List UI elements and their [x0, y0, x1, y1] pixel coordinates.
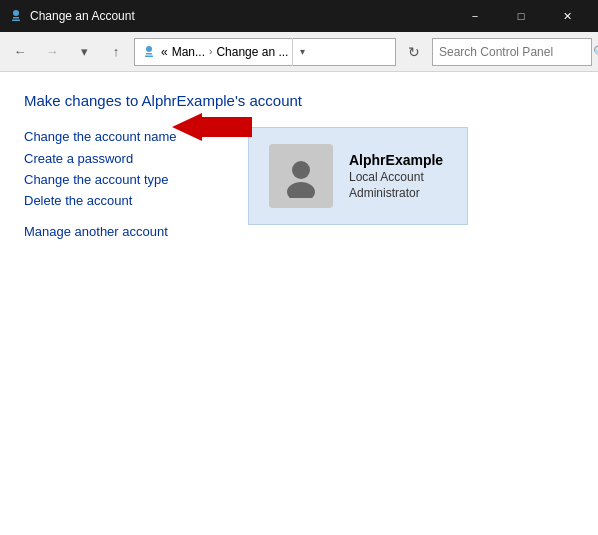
manage-another-account-link[interactable]: Manage another account [24, 224, 224, 239]
create-password-link[interactable]: Create a password [24, 151, 224, 166]
svg-rect-1 [13, 17, 19, 19]
minimize-button[interactable]: − [452, 0, 498, 32]
page-heading: Make changes to AlphrExample's account [24, 92, 574, 109]
account-info: AlphrExample Local Account Administrator [349, 152, 443, 200]
close-button[interactable]: ✕ [544, 0, 590, 32]
addressbar: ← → ▾ ↑ « Man... › Change an ... ▾ ↻ 🔍 [0, 32, 598, 72]
back-button[interactable]: ← [6, 38, 34, 66]
red-arrow-annotation [172, 113, 252, 141]
breadcrumb-part-2: Change an ... [216, 45, 288, 59]
search-bar[interactable]: 🔍 [432, 38, 592, 66]
svg-marker-7 [172, 113, 252, 141]
app-icon [8, 8, 24, 24]
account-type-line2: Administrator [349, 186, 443, 200]
recent-locations-button[interactable]: ▾ [70, 38, 98, 66]
svg-point-9 [287, 182, 315, 198]
forward-button[interactable]: → [38, 38, 66, 66]
svg-rect-4 [146, 53, 152, 55]
avatar [269, 144, 333, 208]
svg-point-0 [13, 10, 19, 16]
window-controls: − □ ✕ [452, 0, 590, 32]
account-name: AlphrExample [349, 152, 443, 168]
refresh-button[interactable]: ↻ [400, 38, 428, 66]
breadcrumb-dropdown-button[interactable]: ▾ [292, 38, 312, 66]
up-button[interactable]: ↑ [102, 38, 130, 66]
arrow-wrapper: Change the account name [24, 127, 224, 145]
change-account-type-link[interactable]: Change the account type [24, 172, 224, 187]
svg-point-3 [146, 46, 152, 52]
main-content: Make changes to AlphrExample's account C… [0, 72, 598, 259]
search-icon-button[interactable]: 🔍 [593, 43, 598, 61]
breadcrumb-double-arrow: « [161, 45, 168, 59]
change-account-name-link[interactable]: Change the account name [24, 129, 177, 144]
svg-rect-5 [145, 55, 153, 57]
links-section: Change the account name Create a passwor… [24, 127, 224, 239]
account-card: AlphrExample Local Account Administrator [248, 127, 468, 225]
content-body: Change the account name Create a passwor… [24, 127, 574, 239]
breadcrumb-icon [141, 44, 157, 60]
account-type-line1: Local Account [349, 170, 443, 184]
breadcrumb-part-1: Man... [172, 45, 205, 59]
window-title: Change an Account [30, 9, 452, 23]
maximize-button[interactable]: □ [498, 0, 544, 32]
search-input[interactable] [439, 45, 589, 59]
titlebar: Change an Account − □ ✕ [0, 0, 598, 32]
user-avatar-icon [279, 154, 323, 198]
breadcrumb-separator: › [209, 46, 212, 57]
delete-account-link[interactable]: Delete the account [24, 193, 224, 208]
svg-point-8 [292, 161, 310, 179]
svg-rect-2 [12, 20, 20, 22]
breadcrumb-bar[interactable]: « Man... › Change an ... ▾ [134, 38, 396, 66]
